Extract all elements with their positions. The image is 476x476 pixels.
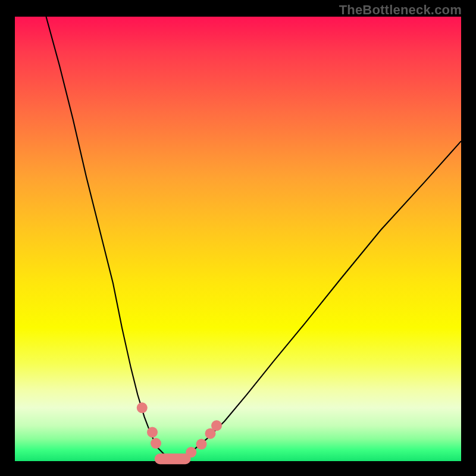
data-point-marker <box>196 439 207 450</box>
attribution-text: TheBottleneck.com <box>339 2 462 18</box>
data-point-marker <box>186 447 196 458</box>
data-point-marker <box>137 402 148 413</box>
plot-area <box>15 17 461 461</box>
chart-frame: TheBottleneck.com <box>0 0 476 476</box>
curve-layer <box>15 17 461 461</box>
data-point-marker <box>147 427 158 437</box>
data-point-marker <box>211 420 222 431</box>
bottleneck-curve <box>46 17 462 461</box>
data-point-marker <box>151 438 161 449</box>
